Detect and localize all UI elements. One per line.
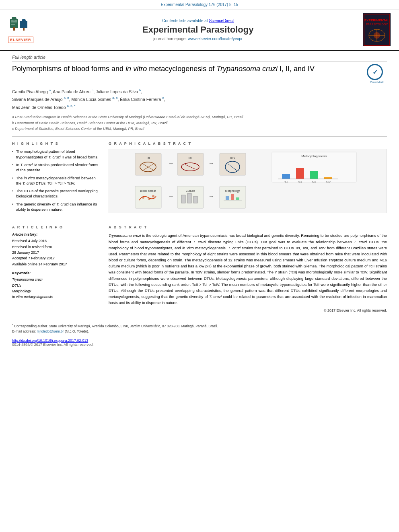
keywords-title: Keywords: — [12, 271, 101, 275]
svg-rect-34 — [282, 174, 290, 179]
journal-title: Experimental Parasitology — [33, 25, 363, 35]
crossmark-section: ✓ CrossMark — [367, 64, 387, 84]
svg-text:→: → — [168, 193, 174, 199]
graphical-abstract-image: TcI → TcII → TcIV Metacy — [109, 149, 387, 213]
authors-section: Camila Piva Abegg a, Ana Paula de Abreu … — [12, 88, 387, 111]
svg-text:EXPERIMENTAL: EXPERIMENTAL — [364, 18, 389, 22]
svg-text:TcII: TcII — [298, 181, 302, 183]
svg-text:TcIII: TcIII — [312, 181, 316, 183]
doi-link[interactable]: http://dx.doi.org/10.1016/j.exppara.2017… — [12, 339, 88, 343]
svg-rect-2 — [11, 23, 17, 23]
affiliation-b: b Department of Basic Health Sciences, H… — [12, 120, 387, 126]
received-revised-label: Received in revised form — [12, 244, 101, 250]
svg-text:PARASITOLOGY: PARASITOLOGY — [366, 23, 388, 26]
svg-text:TcII: TcII — [188, 156, 193, 159]
journal-citation: Experimental Parasitology 176 (2017) 8–1… — [161, 2, 238, 7]
science-direct-link[interactable]: ScienceDirect — [209, 18, 234, 23]
graphical-abstract-title: G R A P H I C A L A B S T R A C T — [109, 142, 387, 146]
homepage-url[interactable]: www.elsevier.com/locate/yexpr — [188, 37, 243, 41]
svg-rect-36 — [310, 171, 318, 179]
title-italic: in vitro — [125, 65, 147, 73]
elsevier-tree-icon — [8, 17, 30, 35]
received-date: Received 4 July 2016 — [12, 238, 101, 244]
science-direct-line: Contents lists available at ScienceDirec… — [33, 18, 363, 23]
title-part3: I, II, and IV — [278, 65, 315, 73]
authors-line1: Camila Piva Abegg a, Ana Paula de Abreu … — [12, 88, 387, 95]
svg-text:Blood smear: Blood smear — [140, 189, 156, 192]
svg-rect-35 — [296, 168, 304, 179]
highlight-item-1: The morphological pattern of blood trypo… — [12, 149, 101, 160]
article-info-section: A R T I C L E I N F O Article history: R… — [12, 221, 101, 312]
main-content: Full length article Polymorphisms of blo… — [0, 51, 399, 351]
keywords-list: Trypanosoma cruzi DTUs Morphology In vit… — [12, 277, 101, 300]
svg-rect-37 — [324, 177, 332, 179]
svg-rect-51 — [181, 195, 185, 203]
journal-header-center: Contents lists available at ScienceDirec… — [33, 18, 363, 41]
title-part2: metacyclogenesis of — [147, 65, 216, 73]
graphical-abstract-section: G R A P H I C A L A B S T R A C T TcI → … — [109, 142, 387, 214]
history-title: Article history: — [12, 232, 101, 236]
journal-cover-image: EXPERIMENTAL PARASITOLOGY — [363, 14, 391, 46]
svg-rect-8 — [23, 28, 25, 31]
elsevier-label: ELSEVIER — [8, 37, 33, 43]
article-type: Full length article — [12, 55, 387, 62]
footnotes-section: * Corresponding author. State University… — [12, 322, 387, 335]
revised-date: 28 January 2017 — [12, 250, 101, 255]
article-title: Polymorphisms of blood forms and in vitr… — [12, 64, 363, 74]
abstract-section: A B S T R A C T Trypanosoma cruzi is the… — [109, 221, 387, 312]
svg-text:Culture: Culture — [186, 189, 195, 192]
highlight-item-5: The genetic diversity of T. cruzi can in… — [12, 201, 101, 212]
article-title-section: Polymorphisms of blood forms and in vitr… — [12, 64, 387, 84]
email-link[interactable]: mjtoledo@uem.br — [37, 329, 64, 333]
highlight-item-4: The DTUs of the parasite presented overl… — [12, 188, 101, 199]
svg-text:Morphology: Morphology — [225, 189, 240, 193]
svg-rect-59 — [231, 194, 234, 200]
svg-point-47 — [152, 195, 154, 197]
article-history: Article history: Received 4 July 2016 Re… — [12, 232, 101, 267]
copyright-text: © 2017 Elsevier Inc. All rights reserved… — [109, 308, 387, 312]
article-info-title: A R T I C L E I N F O — [12, 225, 101, 229]
authors-line2: Silvana Marques de Araújo a, b, Mônica L… — [12, 95, 387, 103]
crossmark-label: CrossMark — [367, 81, 387, 84]
title-part1: Polymorphisms of blood forms and — [12, 65, 125, 73]
highlights-graphical-row: H I G H L I G H T S The morphological pa… — [12, 142, 387, 214]
highlights-title: H I G H L I G H T S — [12, 142, 101, 146]
abstract-title: A B S T R A C T — [109, 225, 387, 229]
available-online: Available online 14 February 2017 — [12, 261, 101, 267]
svg-point-46 — [148, 198, 150, 200]
svg-text:TcI: TcI — [146, 156, 150, 159]
elsevier-logo-section: ELSEVIER — [8, 17, 33, 43]
svg-text:Metacyclogenesis: Metacyclogenesis — [301, 154, 327, 158]
journal-header: ELSEVIER Contents lists available at Sci… — [0, 10, 399, 51]
footer-divider — [12, 319, 387, 319]
authors-line3: Max Jean de Ornelas Toledo a, b, * — [12, 103, 387, 111]
svg-text:TcIV: TcIV — [230, 156, 235, 159]
title-italic2: Trypanosoma cruzi — [216, 65, 278, 73]
svg-text:→: → — [208, 193, 214, 199]
svg-rect-60 — [236, 197, 239, 200]
journal-homepage: journal homepage: www.elsevier.com/locat… — [33, 37, 363, 41]
issn-section: 0014-4894/© 2017 Elsevier Inc. All right… — [12, 343, 387, 347]
svg-rect-3 — [11, 24, 15, 25]
doi-section: http://dx.doi.org/10.1016/j.exppara.2017… — [12, 339, 387, 343]
article-info-abstract-row: A R T I C L E I N F O Article history: R… — [12, 221, 387, 312]
accepted-date: Accepted 7 February 2017 — [12, 255, 101, 261]
email-suffix: (M.J.O. Toledo). — [65, 329, 89, 333]
highlight-item-3: The in vitro metacyclogenesis differed b… — [12, 175, 101, 186]
svg-text:→: → — [168, 160, 174, 166]
svg-text:→: → — [208, 160, 214, 166]
svg-point-7 — [22, 19, 26, 22]
email-line: E-mail address: mjtoledo@uem.br (M.J.O. … — [12, 329, 387, 335]
affiliation-c: c Department of Statistics, Exact Scienc… — [12, 126, 387, 131]
svg-point-45 — [142, 196, 144, 199]
corresponding-author: * Corresponding author. State University… — [12, 322, 387, 329]
svg-rect-5 — [13, 27, 15, 31]
crossmark-icon: ✓ — [367, 64, 383, 80]
affiliation-a: a Post-Graduation Program in Health Scie… — [12, 114, 387, 120]
abstract-text: Trypanosoma cruzi is the etiologic agent… — [109, 232, 387, 306]
highlight-item-2: In T. cruzi IV strains predominated slen… — [12, 162, 101, 173]
svg-text:TcI: TcI — [284, 181, 288, 183]
svg-rect-53 — [193, 196, 197, 203]
keywords-section: Keywords: Trypanosoma cruzi DTUs Morphol… — [12, 271, 101, 300]
svg-text:TcIV: TcIV — [326, 181, 331, 183]
